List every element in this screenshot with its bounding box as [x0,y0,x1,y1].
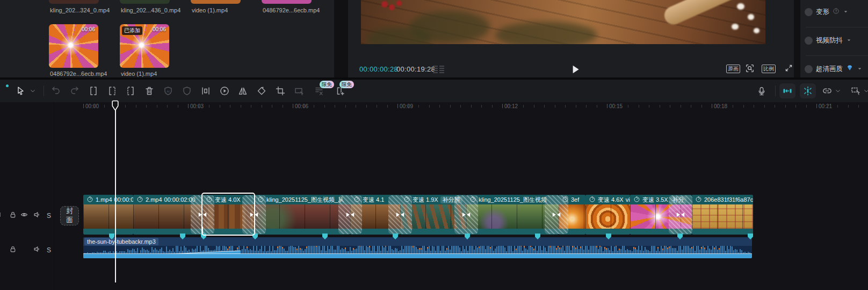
ruler-minor-tick [733,105,733,108]
waveform-bar [520,245,522,254]
timeline-area[interactable]: 00:0000:0300:0600:0900:1200:1500:1800:21… [0,102,868,290]
cover-button[interactable]: 封面 [60,206,79,225]
preview-video [361,0,765,44]
media-thumbnail[interactable]: 00:06 [49,24,98,68]
microphone-button[interactable] [756,86,767,96]
chevron-down-icon[interactable] [846,36,852,45]
timeline-clip[interactable]: kling_20251125_图生视频_从 [254,195,350,235]
split-button[interactable] [88,86,99,96]
waveform-bar [562,245,563,254]
select-tool[interactable] [15,86,26,96]
ruler-minor-tick [722,105,723,108]
transition-icon[interactable] [249,210,259,220]
transition-icon[interactable] [552,210,561,220]
clip-name: 2.mp4 [146,196,162,203]
screen-record-button[interactable] [294,86,305,96]
media-thumbnail[interactable] [191,0,241,4]
freeze-frame-button[interactable] [200,86,211,96]
select-tool-chevron[interactable] [30,88,36,94]
redo-button[interactable] [69,86,80,96]
ruler-minor-tick [513,105,513,108]
media-thumbnail[interactable] [262,0,312,4]
motion-button[interactable] [219,86,230,96]
video-track-visibility-button[interactable] [20,210,28,221]
crop-button[interactable] [275,86,286,96]
waveform-bar [332,245,333,254]
waveform-bar [288,246,290,254]
media-thumbnail[interactable]: 已添加00:06 [120,24,169,68]
property-toggle[interactable] [805,65,813,73]
fullscreen-button[interactable] [784,63,793,75]
ai-mask-button[interactable]: AI [163,86,173,96]
collapse-partial-icon[interactable] [0,86,7,96]
ruler-minor-tick [691,105,691,108]
waveform-bar [496,246,497,254]
ruler-minor-tick [303,105,304,108]
mask-button[interactable] [182,86,192,96]
transition-icon[interactable] [345,210,355,220]
delete-button[interactable] [144,86,155,96]
split-keep-right-button[interactable] [125,86,136,96]
media-thumbnail[interactable] [49,0,99,4]
auto-snap-toggle[interactable] [779,83,795,98]
playhead-handle[interactable] [112,100,119,113]
timeline-ruler[interactable]: 00:0000:0300:0600:0900:1200:1500:1800:21 [0,102,868,111]
waveform-bar [369,246,370,254]
property-toggle[interactable] [805,8,813,16]
help-icon[interactable] [833,7,840,17]
ruler-minor-tick [660,105,660,108]
transition-icon[interactable] [395,210,405,220]
media-item-name: kling_202...436_0.mp4 [121,7,180,13]
audio-track-lock-button[interactable] [9,245,17,256]
link-chevron[interactable] [835,88,841,94]
select-linked-chevron[interactable] [864,88,868,94]
video-track-lock-button[interactable] [9,211,17,221]
ruler-minor-tick [439,105,440,108]
play-button[interactable] [569,63,581,77]
zoom-region-button[interactable] [745,63,755,75]
ruler-minor-tick [754,105,754,108]
original-quality-button[interactable]: 原画 [726,65,740,73]
timeline-clip[interactable]: 206e831f31f6a87ce1e59d7c [692,195,753,235]
split-keep-left-button[interactable] [107,86,118,96]
select-linked-toggle[interactable] [850,86,861,96]
audio-clip[interactable]: the-sun-by-tubebackr.mp3 [83,237,752,258]
video-track-mute-button[interactable] [33,210,41,221]
ruler-minor-tick [272,105,272,108]
transition-icon[interactable] [461,210,471,220]
waveform-bar [669,246,670,254]
clip-thumbnails [585,204,630,229]
property-toggle[interactable] [805,37,813,45]
svg-text:AI: AI [167,90,170,93]
chevron-down-icon[interactable] [843,7,849,17]
leaf-shadow [495,22,597,44]
waveform-bar [582,246,583,254]
aspect-ratio-button[interactable]: 比例 [762,65,776,73]
waveform-bar [361,246,362,254]
transition-icon[interactable] [198,210,207,220]
transition-icon[interactable] [676,210,685,220]
auto-snap-toggle-bg [779,83,795,98]
timeline-clip[interactable]: 1.mp400:00:0 [83,195,133,235]
preview-axis-toggle[interactable] [800,83,816,98]
link-toggle[interactable] [822,86,833,96]
mirror-button[interactable] [237,86,248,96]
ruler-minor-tick [764,105,765,108]
playhead-line[interactable] [115,101,116,282]
waveform-bar [280,245,281,254]
audio-track-solo-button[interactable]: S [47,246,51,254]
ruler-minor-tick [94,105,95,108]
ruler-minor-tick [523,105,524,108]
audio-clip-header: the-sun-by-tubebackr.mp3 [83,237,752,246]
undo-button[interactable] [50,86,61,96]
rotate-button[interactable] [256,86,267,96]
ruler-minor-tick [785,105,786,108]
ruler-minor-tick [534,105,534,108]
media-thumbnail[interactable] [120,0,170,4]
video-track-solo-button[interactable]: S [47,212,51,220]
timeline-clip[interactable]: 变速 4.6Xvi [585,195,630,235]
chevron-down-icon[interactable] [857,64,863,74]
audio-track-mute-button[interactable] [33,245,41,256]
waveform-bar [264,246,265,254]
waveform-bar [532,247,533,254]
